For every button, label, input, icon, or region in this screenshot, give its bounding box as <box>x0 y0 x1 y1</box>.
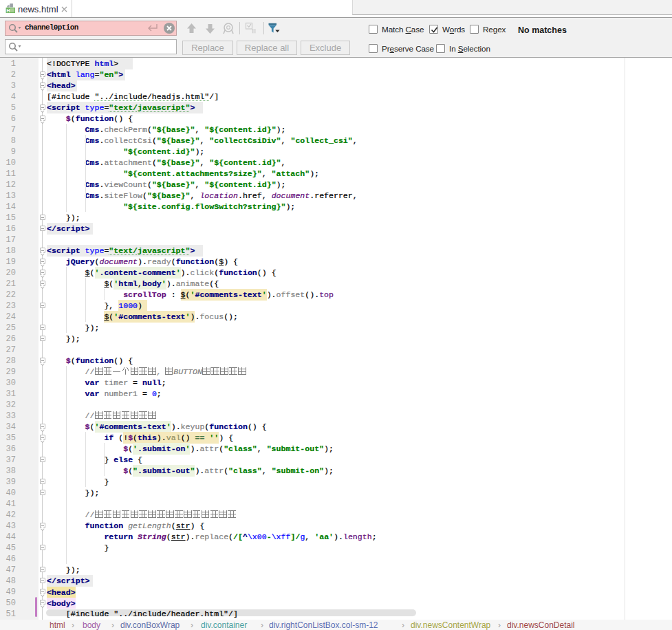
svg-text:H: H <box>7 8 10 13</box>
